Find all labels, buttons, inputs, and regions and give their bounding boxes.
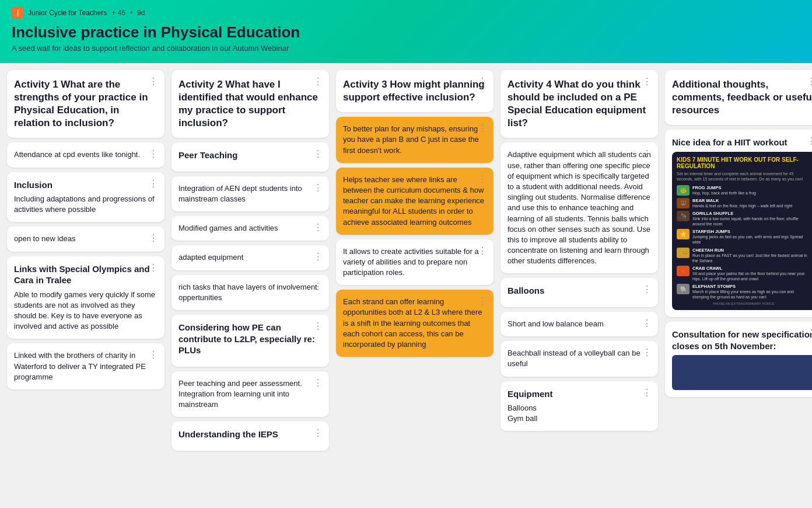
more-icon[interactable]: ⋮ <box>149 262 159 273</box>
hiit-item: 🦀CRAB CRAWLSit and place your palms flat… <box>677 266 811 281</box>
column-header: ⋮Activity 2 What have I identified that … <box>172 70 329 138</box>
more-icon[interactable]: ⋮ <box>313 377 323 388</box>
card-text: Modified games and activities <box>178 223 322 234</box>
hiit-image: KIDS 7 MINUTE HIIT WORK OUT FOR SELF-REG… <box>672 152 812 310</box>
card-text: Linked with the brothers of charity in W… <box>14 350 158 382</box>
page-subtitle: A seed wall for ideas to support reflect… <box>12 44 800 53</box>
hiit-animal-icon: ⭐ <box>677 229 690 239</box>
more-icon[interactable]: ⋮ <box>642 76 652 87</box>
hiit-item-text: BEAR WALKHands & feet on the floor, hips… <box>692 198 792 208</box>
more-icon[interactable]: ⋮ <box>313 148 323 159</box>
hiit-item: ⭐STARFISH JUMPSJumping jacks as fast as … <box>677 229 811 245</box>
card: ⋮It allows to create activities suitable… <box>336 239 494 286</box>
card-text: Able to modify games very quickly if som… <box>14 290 158 332</box>
column-3: ⋮Activity 3 How might planning support e… <box>336 70 494 357</box>
more-icon[interactable]: ⋮ <box>313 251 323 262</box>
card: ⋮Helps teacher see where links are betwe… <box>336 168 494 235</box>
more-icon[interactable]: ⋮ <box>807 135 812 147</box>
hiit-item: 🐻BEAR WALKHands & feet on the floor, hip… <box>677 198 811 208</box>
more-icon[interactable]: ⋮ <box>478 173 488 185</box>
hiit-item: 🐆CHEETAH RUNRun in place as FAST as you … <box>677 248 811 263</box>
card: ⋮rich tasks that have layers of involvem… <box>172 275 329 310</box>
header-dot: • <box>130 9 132 17</box>
hiit-item-text: FROG JUMPSHop, hop, back and forth like … <box>692 185 756 196</box>
hiit-item: 🐸FROG JUMPSHop, hop, back and forth like… <box>677 185 811 196</box>
list-item: Balloons <box>508 403 651 413</box>
consultation-image <box>672 355 812 390</box>
more-icon[interactable]: ⋮ <box>149 148 159 159</box>
more-icon[interactable]: ⋮ <box>807 76 812 87</box>
card: ⋮InclusionIncluding adaptations and prog… <box>7 172 164 222</box>
more-icon[interactable]: ⋮ <box>149 76 159 87</box>
column-5: ⋮Additional thoughts, comments, feedback… <box>665 70 812 397</box>
card: ⋮Attendance at cpd events like tonight. <box>7 142 164 167</box>
more-icon[interactable]: ⋮ <box>313 222 323 233</box>
more-icon[interactable]: ⋮ <box>642 387 652 398</box>
hiit-animal-icon: 🐻 <box>677 198 690 208</box>
hiit-animal-icon: 🦍 <box>677 211 690 221</box>
card-title: Inclusion <box>14 179 158 191</box>
more-icon[interactable]: ⋮ <box>642 284 652 295</box>
card: ⋮Peer Teaching <box>172 142 329 172</box>
hiit-item-text: CRAB CRAWLSit and place your palms flat … <box>692 266 811 281</box>
card-title: Considering how PE can contribute to L2L… <box>178 322 322 356</box>
hiit-animal-icon: 🦀 <box>677 266 690 276</box>
column-4: ⋮Activity 4 What do you think should be … <box>501 70 658 431</box>
list-item: Gym ball <box>508 413 651 424</box>
hiit-animal-icon: 🐆 <box>677 248 690 258</box>
card: ⋮Each strand can offer learning opportun… <box>336 290 494 357</box>
column-title: Activity 4 What do you think should be i… <box>508 78 651 130</box>
column-title: Activity 2 What have I identified that w… <box>178 78 322 130</box>
card-text: Short and low balance beam <box>508 319 651 329</box>
card-title: Links with Special Olympics and Cara in … <box>14 263 158 286</box>
more-icon[interactable]: ⋮ <box>642 318 652 329</box>
card: ⋮To better plan for any mishaps, ensurin… <box>336 117 494 163</box>
more-icon[interactable]: ⋮ <box>478 245 488 256</box>
column-header: ⋮Activity 1 What are the strengths of yo… <box>7 70 164 138</box>
hiit-item: 🐘ELEPHANT STOMPSMarch in place lifting y… <box>677 284 811 300</box>
card: ⋮Considering how PE can contribute to L2… <box>172 315 329 367</box>
card: ⋮Peer teaching and peer assessment. Inte… <box>172 371 329 417</box>
card: ⋮open to new ideas <box>7 227 164 251</box>
hiit-item-text: STARFISH JUMPSJumping jacks as fast as y… <box>692 229 811 245</box>
more-icon[interactable]: ⋮ <box>313 321 323 332</box>
hiit-animal-icon: 🐘 <box>677 284 690 294</box>
more-icon[interactable]: ⋮ <box>149 349 159 360</box>
more-icon[interactable]: ⋮ <box>642 148 652 159</box>
more-icon[interactable]: ⋮ <box>313 281 323 292</box>
card-text: Attendance at cpd events like tonight. <box>14 149 158 160</box>
card-title: Consultation for new specification close… <box>672 329 812 352</box>
card-text: It allows to create activities suitable … <box>343 246 487 279</box>
board: ⋮Activity 1 What are the strengths of yo… <box>0 63 812 508</box>
hiit-footer: PAUSE AN EXTRAORDINARY FORCE <box>677 302 811 305</box>
card: ⋮Beachball instead of a volleyball can b… <box>501 341 658 376</box>
card: ⋮Short and low balance beam <box>501 312 658 336</box>
more-icon[interactable]: ⋮ <box>149 178 159 189</box>
hiit-card: ⋮Nice idea for a HIIT workoutKIDS 7 MINU… <box>665 130 812 317</box>
logo-icon <box>12 7 23 19</box>
more-icon[interactable]: ⋮ <box>807 328 812 339</box>
hiit-title: KIDS 7 MINUTE HIIT WORK OUT FOR SELF-REG… <box>677 156 811 169</box>
card: ⋮Understanding the IEPS <box>172 422 329 451</box>
more-icon[interactable]: ⋮ <box>478 123 488 134</box>
card: ⋮Links with Special Olympics and Cara in… <box>7 256 164 339</box>
column-header: ⋮Additional thoughts, comments, feedback… <box>665 70 812 125</box>
card-text: rich tasks that have layers of involveme… <box>178 282 322 303</box>
card-text: Integration of AEN dept students into ma… <box>178 183 322 204</box>
more-icon[interactable]: ⋮ <box>313 182 323 193</box>
hiit-item-text: CHEETAH RUNRun in place as FAST as you c… <box>692 248 811 263</box>
column-2: ⋮Activity 2 What have I identified that … <box>172 70 329 451</box>
card-text: adapted equipment <box>178 252 322 263</box>
page-title: Inclusive practice in Physical Education <box>12 23 800 41</box>
more-icon[interactable]: ⋮ <box>313 76 323 87</box>
column-title: Activity 3 How might planning support ef… <box>343 78 487 104</box>
more-icon[interactable]: ⋮ <box>642 347 652 358</box>
more-icon[interactable]: ⋮ <box>149 232 159 243</box>
hiit-item: 🦍GORILLA SHUFFLESink into a low sumo squ… <box>677 211 811 227</box>
header-bar: Junior Cycle for Teachers + 46 • 9d Incl… <box>0 0 812 63</box>
more-icon[interactable]: ⋮ <box>478 76 488 87</box>
more-icon[interactable]: ⋮ <box>478 295 488 307</box>
hiit-item-text: GORILLA SHUFFLESink into a low sumo squa… <box>692 211 811 227</box>
more-icon[interactable]: ⋮ <box>313 427 323 439</box>
column-header: ⋮Activity 4 What do you think should be … <box>501 70 658 138</box>
